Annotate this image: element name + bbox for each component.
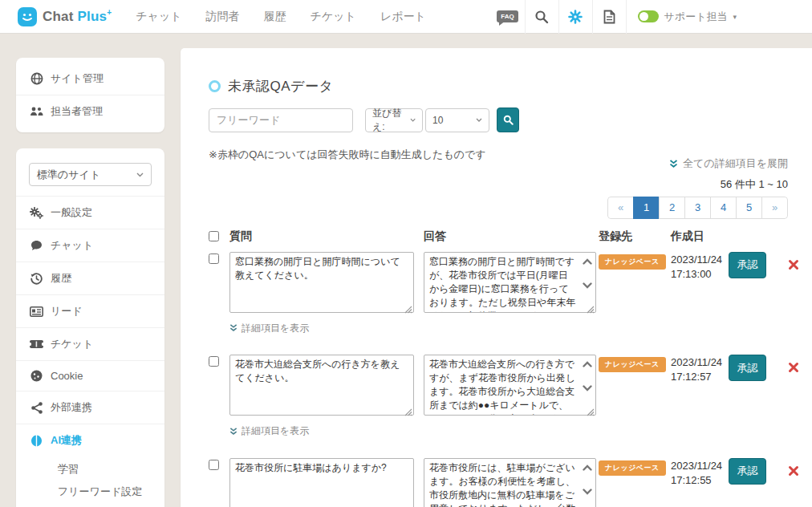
nav-report[interactable]: レポート [380,10,426,24]
knowledge-base-badge: ナレッジベース [599,254,666,270]
row-checkbox[interactable] [209,460,219,470]
qa-row: 花巻市大迫総合支所への行き方を教えてください。 詳細項目を表示 花巻市大迫総合支… [209,355,788,439]
question-cell: 花巻市役所に駐車場はありますか? 詳細項目を表示 [229,458,424,507]
nav-history[interactable]: 履歴 [264,10,286,24]
sort-select[interactable]: 並び替え: [365,108,423,132]
chevron-down-icon: ▾ [733,13,737,21]
approve-button[interactable]: 承認 [729,252,766,278]
select-all-checkbox[interactable] [209,231,219,241]
sidebar-item-ai[interactable]: AI連携 [16,424,164,456]
expand-all-link[interactable]: 全ての詳細項目を展開 [669,156,788,171]
sidebar-item-label: 担当者管理 [51,104,103,119]
chatplus-logo-icon [18,7,37,26]
header-question: 質問 [229,229,424,249]
ai-brain-icon [30,435,43,447]
answer-textarea[interactable]: 花巻市役所には、駐車場がございます。お客様の利便性を考慮し、市役所敷地内に無料の… [424,458,596,507]
pagination: « 1 2 3 4 5 » [607,197,788,219]
sidebar-item-cookie[interactable]: Cookie [16,360,164,391]
page-size-select[interactable]: 10 [425,108,489,132]
question-textarea[interactable]: 窓口業務の開庁日と開庁時間について教えてください。 [229,252,414,313]
site-select-wrap: 標準のサイト [16,153,164,196]
pagination-prev[interactable]: « [607,197,634,219]
note-and-tools: ※赤枠のQAについては回答失敗時に自動生成したものです 全ての詳細項目を展開 5… [209,145,788,219]
chevron-down-icon [476,118,482,122]
pagination-next[interactable]: » [761,197,788,219]
sidebar-item-label: 一般設定 [51,205,92,220]
scroll-down-icon[interactable] [583,282,592,289]
document-button[interactable] [592,0,626,34]
pagination-page-5[interactable]: 5 [736,197,762,219]
chevron-down-icon [136,172,144,177]
search-icon [503,115,514,125]
row-checkbox[interactable] [209,356,219,367]
search-submit-button[interactable] [497,107,519,132]
search-button-top[interactable] [525,0,558,34]
pagination-page-4[interactable]: 4 [710,197,737,219]
chatplus-logo[interactable]: Chat Plus+ [18,7,112,26]
main-panel: 未承認QAデータ 並び替え: 10 ※赤枠のQAについては回答失敗時に自動生成し… [181,48,812,507]
pagination-page-1[interactable]: 1 [633,197,660,219]
qa-row: 花巻市役所に駐車場はありますか? 詳細項目を表示 花巻市役所には、駐車場がござい… [209,458,788,507]
app-screen: Chat Plus+ チャット 訪問者 履歴 チケット レポート FAQ [0,0,812,507]
sidebar-item-site-admin[interactable]: サイト管理 [16,63,164,95]
sidebar-item-label: 履歴 [51,271,71,286]
scroll-up-icon[interactable] [583,258,592,265]
show-detail-link[interactable]: 詳細項目を表示 [229,322,309,335]
ticket-icon [30,339,43,349]
delete-x-icon[interactable] [788,465,799,477]
resize-grip-icon[interactable] [404,408,412,416]
filter-bar: 並び替え: 10 [209,107,788,132]
resize-grip-icon[interactable] [587,408,595,416]
sidebar-item-label: Cookie [51,370,83,382]
site-select[interactable]: 標準のサイト [29,163,152,186]
show-detail-link[interactable]: 詳細項目を表示 [229,424,309,438]
resize-grip-icon[interactable] [587,306,595,314]
sidebar-subitem-unapproved-qa[interactable]: 未承認QA [16,503,164,507]
sidebar-item-staff-admin[interactable]: 担当者管理 [16,95,164,128]
sidebar-subitem-learning[interactable]: 学習 [16,458,164,481]
sidebar-subitem-freeword[interactable]: フリーワード設定 [16,481,164,503]
globe-icon [30,72,43,85]
header-registered: 登録先 [599,229,671,249]
sidebar-item-label: 外部連携 [51,400,92,415]
delete-x-icon[interactable] [788,259,799,270]
sidebar-item-external[interactable]: 外部連携 [16,391,164,424]
scroll-up-icon[interactable] [583,464,592,471]
top-navbar: Chat Plus+ チャット 訪問者 履歴 チケット レポート FAQ [0,0,812,34]
share-icon [30,402,43,414]
sidebar-item-chat[interactable]: チャット [16,229,164,262]
status-toggle[interactable] [638,10,659,22]
gear-icon [568,10,583,24]
resize-grip-icon[interactable] [404,306,412,314]
scroll-down-icon[interactable] [583,385,592,391]
scroll-down-icon[interactable] [583,489,592,495]
page-body: サイト管理 担当者管理 標準のサイト [0,34,812,507]
nav-chat[interactable]: チャット [136,10,181,24]
freeword-input[interactable] [209,108,353,132]
page-title: 未承認QAデータ [209,77,788,95]
sidebar-item-label: AI連携 [51,433,82,448]
user-menu[interactable]: サポート担当 ▾ [626,0,748,34]
faq-button[interactable]: FAQ [491,0,525,34]
settings-button[interactable] [558,0,592,34]
approve-button[interactable]: 承認 [729,458,766,485]
title-circle-icon [209,80,221,92]
row-checkbox[interactable] [209,253,219,264]
id-card-icon [30,306,43,317]
nav-ticket[interactable]: チケット [311,10,356,24]
scroll-up-icon[interactable] [583,361,592,367]
sidebar-item-ticket[interactable]: チケット [16,327,164,360]
delete-x-icon[interactable] [788,362,799,373]
question-textarea[interactable]: 花巻市大迫総合支所への行き方を教えてください。 [229,355,414,416]
sidebar-item-history[interactable]: 履歴 [16,262,164,294]
sidebar-item-lead[interactable]: リード [16,294,164,327]
pagination-page-3[interactable]: 3 [684,197,711,219]
nav-visitors[interactable]: 訪問者 [206,10,240,24]
pagination-page-2[interactable]: 2 [659,197,685,219]
answer-textarea[interactable]: 窓口業務の開庁日と開庁時間ですが、花巻市役所では平日(月曜日から金曜日)に窓口業… [424,252,596,313]
approve-button[interactable]: 承認 [729,355,766,381]
question-textarea[interactable]: 花巻市役所に駐車場はありますか? [229,458,414,507]
sidebar-item-general-settings[interactable]: 一般設定 [16,196,164,229]
answer-textarea[interactable]: 花巻市大迫総合支所への行き方ですが、まず花巻市役所から出発します。花巻市役所から… [424,355,596,416]
result-count: 56 件中 1 ~ 10 [607,177,788,192]
